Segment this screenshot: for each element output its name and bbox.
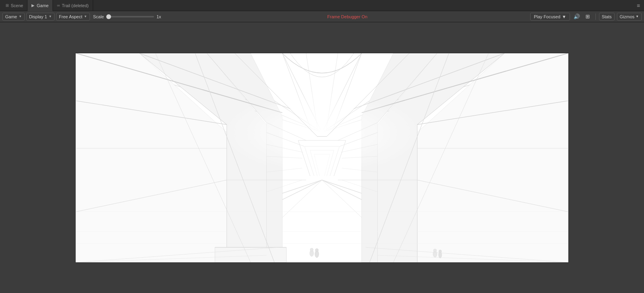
stats-button[interactable]: Stats — [599, 13, 615, 21]
tab-more-icon: ≡ — [637, 2, 640, 9]
game-dropdown-label: Game — [5, 14, 17, 19]
play-focused-button[interactable]: Play Focused ▼ — [530, 13, 570, 21]
game-dropdown-arrow: ▼ — [19, 15, 22, 18]
aspect-dropdown[interactable]: Free Aspect ▼ — [56, 13, 90, 21]
gizmos-label: Gizmos — [620, 14, 634, 19]
game-tab-icon: ▶ — [31, 3, 35, 8]
display-dropdown-label: Display 1 — [29, 14, 47, 19]
scale-section: Scale 1x — [93, 14, 165, 19]
scale-value: 1x — [156, 14, 164, 19]
frame-debugger-status: Frame Debugger On — [166, 14, 529, 19]
sound-icon-button[interactable]: 🔊 — [572, 13, 581, 21]
display-icon: ⊞ — [585, 14, 590, 19]
game-dropdown[interactable]: Game ▼ — [2, 13, 25, 21]
corridor-scene — [76, 53, 568, 262]
tab-more-button[interactable]: ≡ — [634, 2, 642, 9]
display-icon-button[interactable]: ⊞ — [584, 13, 592, 21]
toolbar: Game ▼ Display 1 ▼ Free Aspect ▼ Scale 1… — [0, 11, 644, 22]
trail-tab-icon: ∞ — [57, 3, 60, 8]
tab-game[interactable]: ▶ Game — [27, 0, 53, 11]
display-dropdown[interactable]: Display 1 ▼ — [26, 13, 55, 21]
display-dropdown-arrow: ▼ — [49, 15, 52, 18]
aspect-dropdown-label: Free Aspect — [59, 14, 82, 19]
svg-rect-92 — [76, 53, 568, 262]
play-focused-label: Play Focused — [534, 14, 560, 19]
trail-tab-label: Trail (deleted) — [62, 3, 88, 8]
scene-tab-icon: ⊞ — [6, 3, 9, 8]
scale-label: Scale — [93, 14, 104, 19]
toolbar-divider — [595, 14, 596, 20]
scale-thumb — [106, 14, 111, 19]
toolbar-right: Play Focused ▼ 🔊 ⊞ Stats Gizmos ▼ — [530, 13, 642, 21]
scene-tab-label: Scene — [11, 3, 23, 8]
gizmos-arrow: ▼ — [636, 15, 639, 18]
aspect-dropdown-arrow: ▼ — [84, 15, 87, 18]
corridor-svg — [76, 53, 568, 262]
scale-slider[interactable] — [106, 16, 154, 17]
game-viewport[interactable] — [75, 53, 569, 263]
sound-icon: 🔊 — [574, 14, 580, 19]
game-tab-label: Game — [37, 3, 49, 8]
play-focused-arrow: ▼ — [562, 14, 566, 19]
stats-label: Stats — [602, 14, 612, 19]
main-content — [0, 22, 644, 293]
tab-bar: ⊞ Scene ▶ Game ∞ Trail (deleted) ≡ — [0, 0, 644, 11]
tab-scene[interactable]: ⊞ Scene — [2, 0, 27, 11]
tab-trail[interactable]: ∞ Trail (deleted) — [53, 0, 93, 11]
gizmos-button[interactable]: Gizmos ▼ — [617, 13, 642, 21]
